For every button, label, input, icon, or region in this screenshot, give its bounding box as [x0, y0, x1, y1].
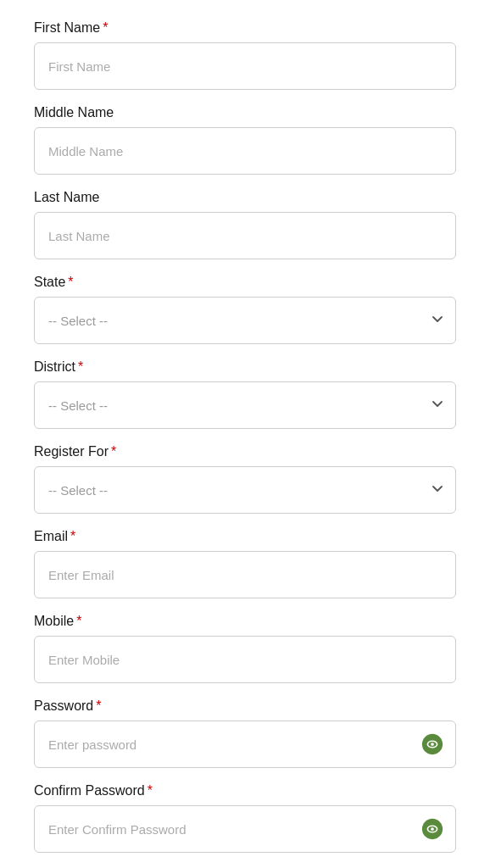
last-name-group: Last Name [34, 190, 456, 259]
state-required: * [68, 275, 73, 289]
district-select-wrapper: -- Select -- [34, 381, 456, 429]
confirm-password-eye-icon[interactable] [420, 817, 444, 841]
middle-name-label: Middle Name [34, 105, 456, 120]
district-group: District* -- Select -- [34, 359, 456, 429]
last-name-label: Last Name [34, 190, 456, 205]
register-for-required: * [111, 444, 116, 459]
district-required: * [78, 359, 83, 374]
state-select[interactable]: -- Select -- [34, 297, 456, 344]
district-label: District* [34, 359, 456, 375]
register-for-select-wrapper: -- Select -- [34, 466, 456, 514]
middle-name-group: Middle Name [34, 105, 456, 175]
confirm-password-required: * [148, 783, 153, 798]
first-name-required: * [103, 20, 108, 35]
svg-point-5 [431, 827, 434, 831]
mobile-input[interactable] [34, 636, 456, 683]
password-wrapper [34, 721, 456, 768]
register-for-group: Register For* -- Select -- [34, 444, 456, 514]
register-for-select[interactable]: -- Select -- [34, 466, 456, 514]
email-input[interactable] [34, 551, 456, 598]
confirm-password-wrapper [34, 805, 456, 853]
first-name-input[interactable] [34, 42, 456, 90]
first-name-group: First Name* [34, 20, 456, 90]
register-for-label: Register For* [34, 444, 456, 459]
email-group: Email* [34, 529, 456, 598]
first-name-label: First Name* [34, 20, 456, 36]
state-label: State* [34, 275, 456, 290]
password-input[interactable] [34, 721, 456, 768]
password-eye-icon[interactable] [420, 732, 444, 756]
mobile-label: Mobile* [34, 614, 456, 629]
state-group: State* -- Select -- [34, 275, 456, 344]
svg-point-2 [431, 743, 434, 746]
email-required: * [70, 529, 75, 543]
mobile-required: * [76, 614, 81, 628]
state-select-wrapper: -- Select -- [34, 297, 456, 344]
confirm-password-group: Confirm Password* [34, 783, 456, 853]
middle-name-input[interactable] [34, 127, 456, 175]
confirm-password-input[interactable] [34, 805, 456, 853]
password-label: Password* [34, 698, 456, 714]
password-group: Password* [34, 698, 456, 768]
mobile-group: Mobile* [34, 614, 456, 683]
confirm-password-label: Confirm Password* [34, 783, 456, 798]
last-name-input[interactable] [34, 212, 456, 259]
district-select[interactable]: -- Select -- [34, 381, 456, 429]
email-label: Email* [34, 529, 456, 544]
password-required: * [96, 698, 101, 713]
